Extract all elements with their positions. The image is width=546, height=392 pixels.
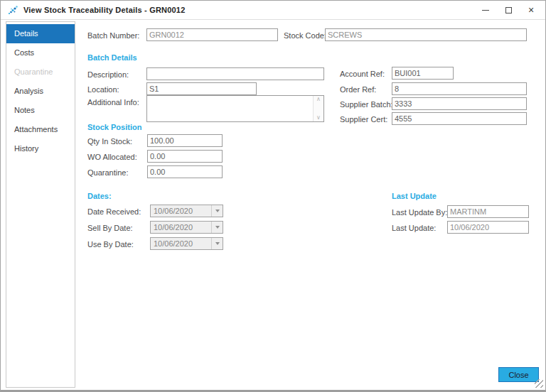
sell-by-date-value: 10/06/2020 [151, 223, 211, 232]
dialog-window: View Stock Traceability Details - GRN001… [0, 0, 546, 392]
last-update-input[interactable] [447, 221, 529, 234]
sidebar-item-notes[interactable]: Notes [6, 101, 75, 120]
batch-details-section-title: Batch Details [87, 53, 137, 62]
description-input[interactable] [146, 67, 324, 80]
use-by-date-label: Use By Date: [87, 240, 134, 249]
use-by-date-value: 10/06/2020 [151, 239, 211, 248]
supplier-cert-label: Supplier Cert: [340, 115, 387, 124]
scroll-up-icon[interactable]: ∧ [316, 97, 321, 102]
sidebar-item-history[interactable]: History [6, 139, 75, 158]
location-input[interactable] [146, 82, 257, 95]
supplier-batch-input[interactable] [392, 97, 527, 110]
close-button[interactable]: Close [498, 367, 539, 382]
account-ref-input[interactable] [392, 67, 454, 80]
stock-code-input[interactable] [325, 28, 527, 41]
account-ref-label: Account Ref: [340, 70, 385, 78]
supplier-cert-input[interactable] [392, 112, 527, 125]
title-bar: View Stock Traceability Details - GRN001… [1, 1, 545, 20]
use-by-date-combo[interactable]: 10/06/2020 [150, 237, 223, 250]
resize-grip[interactable] [535, 379, 543, 388]
close-icon[interactable]: × [520, 2, 542, 18]
date-received-label: Date Received: [87, 207, 141, 216]
window-title: View Stock Traceability Details - GRN001… [23, 6, 186, 14]
last-update-label: Last Update: [392, 224, 436, 232]
window-controls: × [474, 2, 542, 18]
date-received-combo[interactable]: 10/06/2020 [150, 205, 223, 217]
last-update-by-label: Last Update By: [392, 208, 447, 217]
wo-allocated-input[interactable] [147, 150, 223, 163]
order-ref-input[interactable] [392, 82, 527, 95]
sidebar-item-attachments[interactable]: Attachments [6, 120, 75, 139]
location-label: Location: [87, 85, 119, 94]
textarea-scrollbar[interactable]: ∧ ∨ [313, 96, 323, 121]
batch-number-label: Batch Number: [87, 31, 139, 40]
stock-position-section-title: Stock Position [87, 123, 141, 131]
wo-allocated-label: WO Allocated: [87, 153, 137, 161]
sidebar-item-analysis[interactable]: Analysis [6, 82, 75, 101]
additional-info-textarea[interactable]: ∧ ∨ [146, 95, 324, 122]
sidebar-item-costs[interactable]: Costs [6, 43, 75, 62]
supplier-batch-label: Supplier Batch: [340, 100, 393, 109]
qty-in-stock-label: Qty In Stock: [87, 137, 132, 146]
date-received-value: 10/06/2020 [151, 207, 211, 215]
order-ref-label: Order Ref: [340, 85, 376, 94]
chevron-down-icon[interactable] [211, 222, 223, 233]
qty-in-stock-input[interactable] [147, 134, 223, 147]
dates-section-title: Dates: [87, 192, 112, 200]
maximize-icon[interactable] [497, 2, 520, 18]
sidebar-item-details[interactable]: Details [6, 24, 75, 43]
app-logo-icon [7, 4, 18, 16]
batch-number-input[interactable] [146, 28, 278, 41]
chevron-down-icon[interactable] [211, 238, 223, 249]
additional-info-label: Additional Info: [87, 98, 139, 107]
sidebar-item-quarantine: Quarantine [6, 62, 75, 82]
sell-by-date-label: Sell By Date: [87, 224, 133, 232]
chevron-down-icon[interactable] [211, 205, 223, 217]
sell-by-date-combo[interactable]: 10/06/2020 [150, 221, 223, 234]
minimize-icon[interactable] [474, 2, 497, 18]
last-update-section-title: Last Update [392, 192, 437, 200]
quarantine-qty-input[interactable] [147, 165, 223, 178]
quarantine-qty-label: Quarantine: [87, 168, 128, 177]
scroll-down-icon[interactable]: ∨ [316, 115, 321, 121]
description-label: Description: [87, 70, 129, 79]
last-update-by-input[interactable] [447, 205, 529, 218]
stock-code-label: Stock Code: [284, 31, 326, 40]
sidebar-nav: Details Costs Quarantine Analysis Notes … [6, 21, 75, 388]
